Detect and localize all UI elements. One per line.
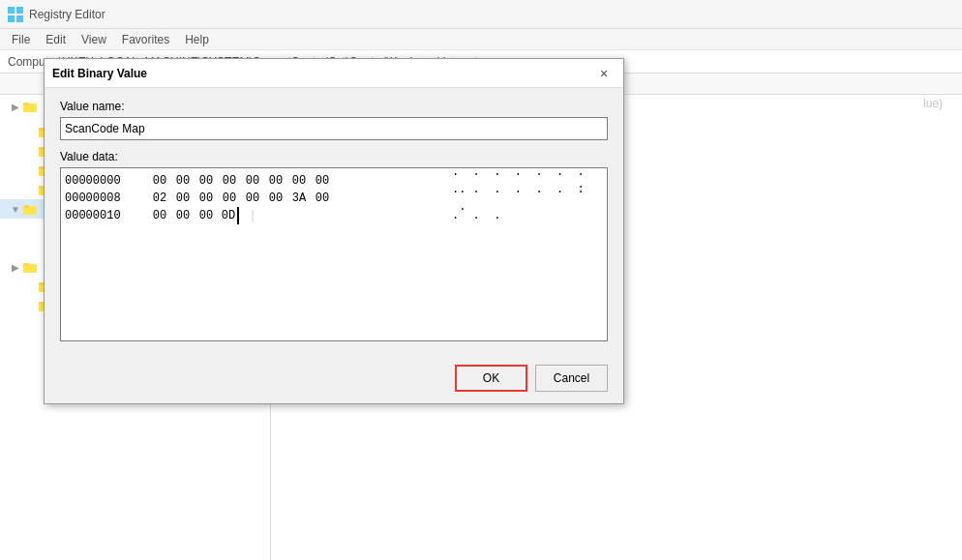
dialog-close-button[interactable]: ×: [592, 62, 616, 85]
hex-bytes-1: 02 00 00 00 00 00 3A 00: [150, 190, 440, 207]
hex-row-1: 00000008 02 00 00 00 00 00 3A 00 . . . .…: [65, 190, 603, 207]
dialog-footer: OK Cancel: [45, 357, 623, 403]
hex-offset-1: 00000008: [65, 190, 142, 207]
value-name-input[interactable]: [60, 117, 608, 140]
ok-button[interactable]: OK: [455, 365, 527, 392]
hex-offset-2: 00000010: [65, 207, 142, 224]
hex-row-2: 00000010 00 00 00 0D | . . .: [65, 207, 603, 224]
edit-binary-value-dialog: Edit Binary Value × Value name: Value da…: [44, 58, 624, 404]
hex-ascii-2: . . .: [452, 207, 500, 224]
hex-bytes-0: 00 00 00 00 00 00 00 00: [150, 172, 440, 190]
dialog-title: Edit Binary Value: [52, 67, 147, 80]
hex-bytes-2: 00 00 00 0D |: [150, 207, 440, 224]
value-name-label: Value name:: [60, 100, 608, 113]
cancel-button[interactable]: Cancel: [535, 365, 608, 392]
dialog-body: Value name: Value data: 00000000 00 00 0…: [45, 88, 623, 357]
dialog-title-bar: Edit Binary Value ×: [45, 59, 623, 88]
value-data-label: Value data:: [60, 150, 608, 163]
value-data-area[interactable]: 00000000 00 00 00 00 00 00 00 00 . . . .…: [60, 167, 608, 341]
hex-offset-0: 00000000: [65, 172, 142, 190]
